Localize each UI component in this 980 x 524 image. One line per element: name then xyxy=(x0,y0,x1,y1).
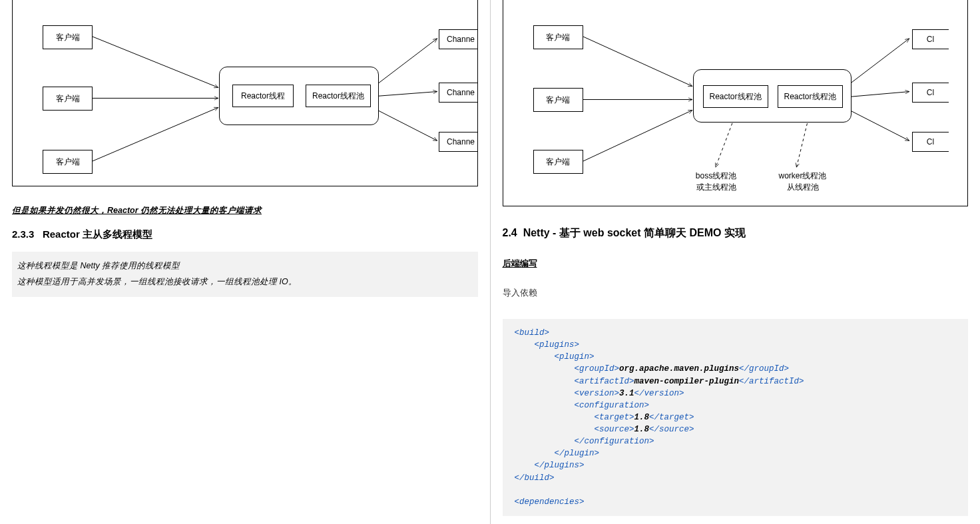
svg-line-4 xyxy=(376,39,437,85)
client-node: 客户端 xyxy=(533,25,583,49)
channel-node: Channe xyxy=(439,83,478,103)
svg-line-9 xyxy=(583,110,692,161)
page-left: 客户端 客户端 客户端 Reactor线程 Reactor线程池 Channe … xyxy=(0,0,491,524)
annot-line: 从线程池 xyxy=(770,182,836,193)
svg-line-5 xyxy=(376,92,437,97)
diagram-master-slave: 客户端 客户端 客户端 Reactor线程池 Reactor线程池 Cl Cl … xyxy=(503,0,969,206)
client-node: 客户端 xyxy=(533,150,583,174)
import-dependencies-label: 导入依赖 xyxy=(503,287,969,299)
channel-node: Channe xyxy=(439,132,478,152)
quote-line: 这种线程模型是 Netty 推荐使用的线程模型 xyxy=(17,258,473,274)
channel-node: Cl xyxy=(912,29,949,49)
annot-line: 或主线程池 xyxy=(686,182,746,193)
channel-node: Cl xyxy=(912,83,949,103)
section-heading-233: 2.3.3 Reactor 主从多线程模型 xyxy=(12,228,478,241)
page-right: 客户端 客户端 客户端 Reactor线程池 Reactor线程池 Cl Cl … xyxy=(491,0,981,524)
client-node: 客户端 xyxy=(43,150,93,174)
svg-line-2 xyxy=(93,107,218,161)
section-title: Reactor 主从多线程模型 xyxy=(43,228,152,240)
backend-heading: 后端编写 xyxy=(503,258,969,270)
boss-pool-annotation: boss线程池 或主线程池 xyxy=(686,170,746,193)
svg-line-13 xyxy=(848,109,909,140)
section-number: 2.3.3 xyxy=(12,228,34,240)
svg-line-11 xyxy=(848,39,909,85)
reactor-thread-node: Reactor线程 xyxy=(232,85,294,107)
svg-line-14 xyxy=(715,118,734,167)
client-node: 客户端 xyxy=(533,88,583,112)
model-description-quote: 这种线程模型是 Netty 推荐使用的线程模型 这种模型适用于高并发场景，一组线… xyxy=(12,252,478,297)
channel-node: Channe xyxy=(439,29,478,49)
annot-line: worker线程池 xyxy=(770,170,836,182)
reactor-pool-worker-node: Reactor线程池 xyxy=(778,85,843,108)
section-number: 2.4 xyxy=(503,227,517,238)
reactor-pool-node: Reactor线程池 xyxy=(306,85,371,107)
quote-line: 这种模型适用于高并发场景，一组线程池接收请求，一组线程池处理 IO。 xyxy=(17,274,473,290)
svg-line-6 xyxy=(376,109,437,140)
svg-line-12 xyxy=(848,92,909,97)
worker-pool-annotation: worker线程池 从线程池 xyxy=(770,170,836,193)
channel-node: Cl xyxy=(912,132,949,152)
maven-pom-code: <build> <plugins> <plugin> <groupId>org.… xyxy=(503,319,969,516)
annot-line: boss线程池 xyxy=(686,170,746,182)
svg-line-7 xyxy=(583,37,692,87)
section-title: Netty - 基于 web socket 简单聊天 DEMO 实现 xyxy=(523,227,746,238)
client-node: 客户端 xyxy=(43,25,93,49)
reactor-pool-boss-node: Reactor线程池 xyxy=(703,85,768,108)
svg-line-0 xyxy=(93,37,218,88)
diagram-reactor: 客户端 客户端 客户端 Reactor线程 Reactor线程池 Channe … xyxy=(12,0,478,186)
svg-line-15 xyxy=(796,118,808,167)
section-heading-24: 2.4 Netty - 基于 web socket 简单聊天 DEMO 实现 xyxy=(503,226,969,240)
reactor-limitation-note: 但是如果并发仍然很大，Reactor 仍然无法处理大量的客户端请求 xyxy=(12,205,478,216)
client-node: 客户端 xyxy=(43,87,93,111)
